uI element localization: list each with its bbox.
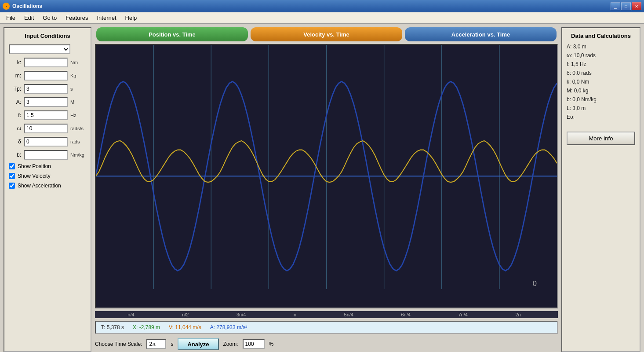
panel-title: Input Conditions	[9, 33, 86, 39]
label-tp: Tp:	[9, 86, 21, 92]
x-label-7: 7n/4	[458, 312, 467, 317]
show-velocity-label: Show Velocity	[18, 173, 51, 179]
label-a: A:	[9, 99, 21, 105]
right-panel: Data and Calculations A: 3,0 m ω: 10,0 r…	[561, 27, 640, 352]
x-label-6: 6n/4	[401, 312, 410, 317]
data-k: k: 0,0 Nm	[567, 79, 635, 85]
window-controls: _ □ ✕	[611, 2, 641, 10]
input-b[interactable]	[24, 150, 68, 160]
analyze-button[interactable]: Analyze	[178, 338, 218, 350]
data-eo: Eo:	[567, 114, 635, 120]
x-label-8: 2n	[515, 312, 520, 317]
field-k-row: k: Nm	[9, 58, 86, 67]
unit-b: Nm/kg	[70, 152, 84, 158]
menu-bar: File Edit Go to Features Internet Help	[0, 12, 644, 24]
show-position-label: Show Position	[18, 163, 51, 169]
label-m: m:	[9, 73, 21, 79]
tab-acceleration[interactable]: Acceleration vs. Time	[405, 27, 557, 41]
data-omega: ω: 10,0 rads	[567, 52, 635, 59]
show-acceleration-row: Show Acceleration	[9, 183, 86, 189]
app-icon: ~	[3, 3, 10, 10]
status-v: V: 11,044 m/s	[169, 324, 201, 330]
x-label-1: n/4	[127, 312, 134, 317]
unit-a: M	[70, 99, 74, 105]
zoom-label: Zoom:	[223, 341, 238, 347]
data-delta: δ: 0,0 rads	[567, 70, 635, 76]
label-k: k:	[9, 59, 21, 66]
graph-tabs: Position vs. Time Velocity vs. Time Acce…	[95, 27, 558, 41]
menu-internet[interactable]: Internet	[92, 13, 120, 22]
x-label-3: 3n/4	[236, 312, 246, 317]
tab-velocity[interactable]: Velocity vs. Time	[251, 27, 402, 41]
zoom-unit: %	[269, 341, 274, 347]
graph-container: 0	[95, 44, 558, 308]
data-b: b: 0,0 Nm/kg	[567, 96, 635, 103]
show-position-row: Show Position	[9, 163, 86, 169]
x-label-5: 5n/4	[344, 312, 353, 317]
zoom-input[interactable]	[243, 339, 265, 349]
close-button[interactable]: ✕	[632, 2, 641, 10]
label-delta: δ	[9, 139, 21, 145]
menu-file[interactable]: File	[2, 13, 20, 22]
menu-goto[interactable]: Go to	[38, 13, 61, 22]
menu-features[interactable]: Features	[61, 13, 92, 22]
input-f[interactable]	[24, 110, 68, 120]
show-position-checkbox[interactable]	[9, 163, 15, 169]
unit-tp: s	[70, 86, 73, 92]
menu-edit[interactable]: Edit	[20, 13, 38, 22]
x-label-4: n	[294, 312, 296, 317]
data-m: M: 0,0 kg	[567, 88, 635, 94]
tab-position[interactable]: Position vs. Time	[96, 27, 248, 41]
x-label-2: n/2	[182, 312, 189, 317]
unit-f: Hz	[70, 113, 76, 118]
data-a: A: 3,0 m	[567, 44, 635, 50]
time-scale-unit: s	[171, 341, 173, 347]
input-omega[interactable]	[24, 124, 68, 133]
field-b-row: b: Nm/kg	[9, 150, 86, 160]
time-scale-input[interactable]	[146, 339, 166, 349]
input-tp[interactable]	[24, 84, 68, 94]
window-title: Oscillations	[12, 3, 608, 9]
input-a[interactable]	[24, 97, 68, 107]
input-k[interactable]	[24, 58, 68, 67]
show-velocity-row: Show Velocity	[9, 173, 86, 179]
data-l: L: 3,0 m	[567, 105, 635, 111]
field-tp-row: Tp: s	[9, 84, 86, 94]
data-f: f: 1,5 Hz	[567, 61, 635, 67]
show-acceleration-checkbox[interactable]	[9, 183, 15, 189]
show-velocity-checkbox[interactable]	[9, 173, 15, 179]
unit-delta: rads	[70, 139, 80, 144]
maximize-button[interactable]: □	[621, 2, 631, 10]
status-bar: T: 5,378 s X: -2,789 m V: 11,044 m/s A: …	[95, 321, 558, 334]
unit-k: Nm	[70, 60, 78, 65]
bottom-controls: Choose Time Scale: s Analyze Zoom: %	[95, 337, 558, 352]
middle-area: Position vs. Time Velocity vs. Time Acce…	[95, 27, 558, 352]
label-omega: ω	[9, 125, 21, 132]
field-omega-row: ω rads/s	[9, 124, 86, 133]
zero-label: 0	[533, 279, 537, 288]
time-scale-label: Choose Time Scale:	[95, 341, 142, 347]
status-x: X: -2,789 m	[133, 324, 160, 330]
x-axis-labels: n/4 n/2 3n/4 n 5n/4 6n/4 7n/4 2n	[95, 311, 558, 318]
left-panel: Input Conditions k: Nm m: Kg Tp:	[4, 27, 91, 352]
minimize-button[interactable]: _	[611, 2, 620, 10]
oscillation-graph: 0	[96, 45, 557, 308]
content-area: Input Conditions k: Nm m: Kg Tp:	[0, 24, 644, 352]
input-delta[interactable]	[24, 137, 68, 147]
unit-m: Kg	[70, 73, 76, 78]
preset-dropdown[interactable]	[9, 44, 70, 54]
input-m[interactable]	[24, 71, 68, 81]
label-f: f:	[9, 112, 21, 118]
status-a: A: 278,933 m/s²	[210, 324, 247, 330]
title-bar: ~ Oscillations _ □ ✕	[0, 0, 644, 12]
menu-help[interactable]: Help	[121, 13, 142, 22]
unit-omega: rads/s	[70, 126, 84, 131]
field-f-row: f: Hz	[9, 110, 86, 120]
dropdown-row	[9, 44, 86, 54]
main-window: Input Conditions k: Nm m: Kg Tp:	[0, 24, 644, 352]
field-a-row: A: M	[9, 97, 86, 107]
status-t: T: 5,378 s	[101, 324, 124, 330]
label-b: b:	[9, 152, 21, 158]
more-info-button[interactable]: More Info	[567, 132, 635, 145]
show-acceleration-label: Show Acceleration	[18, 183, 61, 189]
